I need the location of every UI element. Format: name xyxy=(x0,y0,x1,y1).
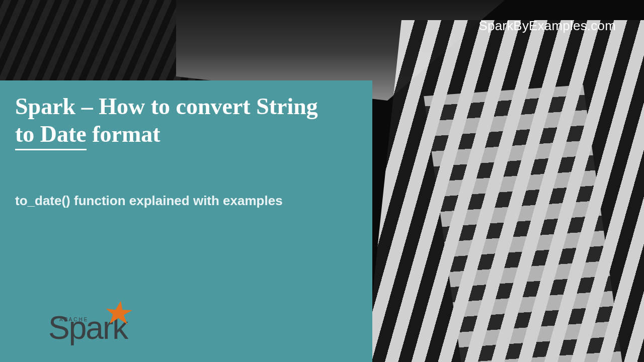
slide-title: Spark – How to convert String to Date fo… xyxy=(15,93,357,148)
slide-canvas: SparkByExamples.com Spark – How to conve… xyxy=(0,0,644,362)
slide-subtitle: to_date() function explained with exampl… xyxy=(15,193,357,209)
apache-spark-logo: APACHE Spark xyxy=(48,312,127,344)
site-label: SparkByExamples.com xyxy=(478,18,616,34)
spark-star-icon xyxy=(103,300,134,331)
title-line-1: Spark – How to convert String xyxy=(15,94,318,119)
title-rest: format xyxy=(87,121,160,147)
title-line-2: to Date format xyxy=(15,121,160,150)
title-panel: Spark – How to convert String to Date fo… xyxy=(0,80,372,362)
logo-apache-text: APACHE xyxy=(59,317,89,322)
title-underlined-words: to Date xyxy=(15,121,87,150)
